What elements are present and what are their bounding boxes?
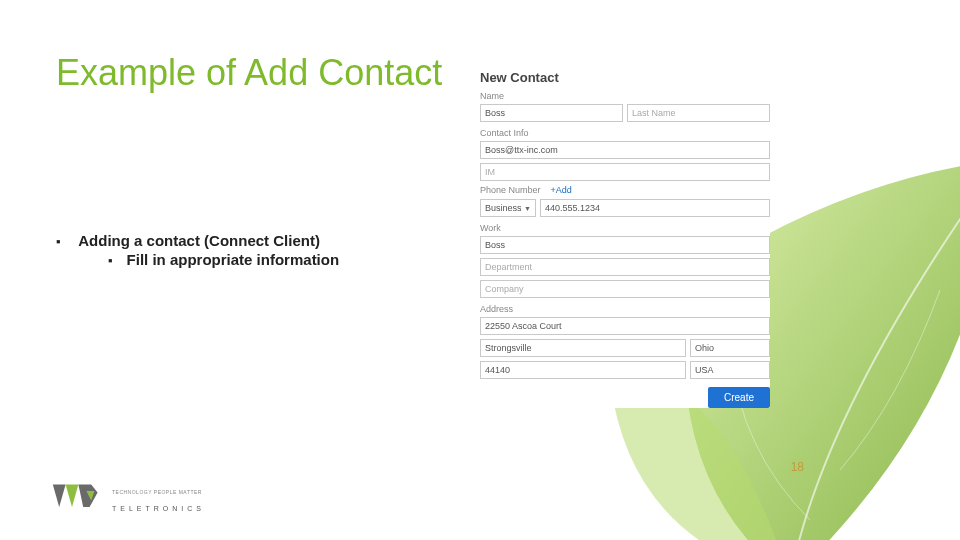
section-contact-info: Contact Info <box>480 128 770 138</box>
company-input[interactable]: Company <box>480 280 770 298</box>
bullet-list: Adding a contact (Connect Client) Fill i… <box>56 232 436 268</box>
work-name-input[interactable]: Boss <box>480 236 770 254</box>
page-number: 18 <box>791 460 804 474</box>
phone-type-value: Business <box>485 203 522 213</box>
new-contact-form: New Contact Name Boss Last Name Contact … <box>480 70 770 408</box>
bullet-level1: Adding a contact (Connect Client) <box>78 232 320 249</box>
section-name: Name <box>480 91 770 101</box>
logo-tagline: TECHNOLOGY PEOPLE MATTER <box>112 489 205 495</box>
logo-name: TELETRONICS <box>112 505 205 512</box>
section-address: Address <box>480 304 770 314</box>
im-input[interactable]: IM <box>480 163 770 181</box>
chevron-down-icon: ▼ <box>524 205 531 212</box>
email-input[interactable]: Boss@ttx-inc.com <box>480 141 770 159</box>
slide-title: Example of Add Contact <box>56 52 442 94</box>
form-heading: New Contact <box>480 70 770 85</box>
add-phone-link[interactable]: +Add <box>551 185 572 195</box>
department-input[interactable]: Department <box>480 258 770 276</box>
country-input[interactable]: USA <box>690 361 770 379</box>
zip-input[interactable]: 44140 <box>480 361 686 379</box>
street-input[interactable]: 22550 Ascoa Court <box>480 317 770 335</box>
logo: TECHNOLOGY PEOPLE MATTER TELETRONICS <box>48 478 205 512</box>
bullet-level2: Fill in appropriate information <box>127 251 340 268</box>
logo-mark-icon <box>48 478 104 512</box>
section-work: Work <box>480 223 770 233</box>
last-name-input[interactable]: Last Name <box>627 104 770 122</box>
city-input[interactable]: Strongsville <box>480 339 686 357</box>
create-button[interactable]: Create <box>708 387 770 408</box>
section-phone: Phone Number <box>480 185 541 195</box>
phone-number-input[interactable]: 440.555.1234 <box>540 199 770 217</box>
phone-type-select[interactable]: Business ▼ <box>480 199 536 217</box>
first-name-input[interactable]: Boss <box>480 104 623 122</box>
state-input[interactable]: Ohio <box>690 339 770 357</box>
